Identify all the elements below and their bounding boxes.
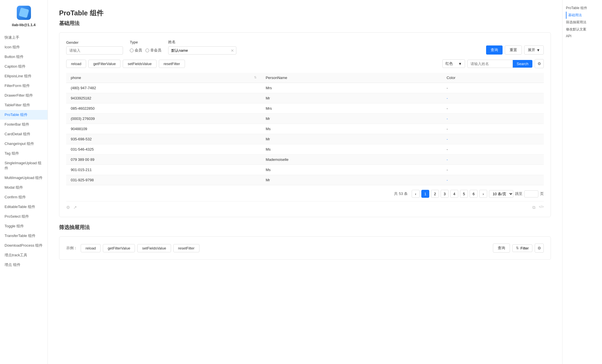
card-code-icon[interactable]: </> [539, 205, 544, 210]
sidebar-item-icon[interactable]: Icon 组件 [0, 42, 47, 52]
page-5-btn[interactable]: 5 [460, 190, 468, 198]
sidebar-item-carddetail[interactable]: CardDetail 组件 [0, 129, 47, 139]
page-prev-btn[interactable]: ‹ [412, 190, 420, 198]
card-export-icon[interactable]: ↗ [73, 205, 77, 210]
name-label: 姓名 [168, 39, 236, 45]
section2-right: 查询 ⇅ Filter ⚙ [493, 244, 544, 253]
outline-api[interactable]: API [566, 33, 599, 39]
outline-drawer[interactable]: 筛选抽屉用法 [566, 19, 599, 26]
page-next-btn[interactable]: › [479, 190, 487, 198]
color-select[interactable]: 红色 ▼ [442, 59, 465, 68]
toolbar-set-fields-btn[interactable]: setFieldsValue [123, 60, 156, 68]
radio-nonmember[interactable]: 非会员 [145, 48, 161, 53]
sidebar-item-toggle[interactable]: Toggle 组件 [0, 221, 47, 231]
sidebar-item-track-component[interactable]: 埋点 组件 [0, 260, 47, 270]
page-4-btn[interactable]: 4 [450, 190, 458, 198]
toolbar-reset-filter-btn[interactable]: resetFilter [159, 60, 185, 68]
name-input[interactable] [168, 46, 236, 55]
outline-basic[interactable]: 基础用法 [566, 12, 599, 19]
s2-settings-btn[interactable]: ⚙ [535, 244, 544, 253]
toolbar-reload-btn[interactable]: reload [66, 60, 86, 68]
cell-personname[interactable]: Mrs [261, 103, 442, 114]
sidebar-item-multiimage[interactable]: MultiImageUpload 组件 [0, 173, 47, 183]
expand-button[interactable]: 展开 ▼ [524, 45, 544, 55]
toolbar-get-filter-btn[interactable]: getFilterValue [88, 60, 120, 68]
sidebar-item-ellipsisline[interactable]: EllipsisLine 组件 [0, 71, 47, 81]
toolbar-row: reload getFilterValue setFieldsValue res… [66, 59, 544, 68]
sidebar-item-downloadprocess[interactable]: DownloadProcess 组件 [0, 241, 47, 250]
s2-set-fields-btn[interactable]: setFieldsValue [137, 244, 171, 252]
demo-card-1: Gender Type 会员 非会员 姓名 [59, 32, 551, 217]
name-filter-group: 姓名 ✕ [168, 39, 236, 55]
cell-personname[interactable]: Mr [261, 134, 442, 144]
radio-member-label: 会员 [135, 48, 142, 53]
outline-default-text[interactable]: 修改默认文案 [566, 26, 599, 33]
sidebar-item-editabletable[interactable]: EditableTable 组件 [0, 202, 47, 212]
sidebar-item-changeinput[interactable]: ChangeInput 组件 [0, 139, 47, 149]
col-phone-sort[interactable]: ⇅ [254, 76, 257, 79]
type-filter-group: Type 会员 非会员 [130, 40, 161, 55]
sidebar-item-modal[interactable]: Modal 组件 [0, 183, 47, 192]
jump-input[interactable] [524, 190, 538, 197]
page-3-btn[interactable]: 3 [441, 190, 449, 198]
cell-color: - [442, 134, 544, 144]
table-row: (480) 947-7482Mrs- [66, 83, 544, 93]
query-button[interactable]: 查询 [486, 45, 503, 55]
cell-phone: 031-546-4325 [66, 144, 261, 155]
cell-personname[interactable]: Mr [261, 114, 442, 124]
gender-input[interactable] [66, 46, 123, 55]
sidebar-item-singleimage[interactable]: SingleImageUpload 组件 [0, 158, 47, 173]
logo-shape [18, 8, 29, 18]
sidebar-item-tag[interactable]: Tag 组件 [0, 149, 47, 158]
page-2-btn[interactable]: 2 [431, 190, 439, 198]
search-input[interactable] [467, 60, 513, 68]
table-settings-button[interactable]: ⚙ [535, 59, 544, 68]
sidebar-item-drawerfilter[interactable]: DrawerFilter 组件 [0, 91, 47, 100]
cell-personname[interactable]: Mademoiselle [261, 155, 442, 165]
sidebar-item-transfertable[interactable]: TransferTable 组件 [0, 231, 47, 241]
sidebar-item-tablefilter[interactable]: TableFilter 组件 [0, 100, 47, 110]
outline-protable[interactable]: ProTable 组件 [566, 5, 599, 12]
radio-member-input[interactable] [130, 49, 134, 52]
radio-member[interactable]: 会员 [130, 48, 142, 53]
cell-phone: 901-015-211 [66, 165, 261, 175]
card-copy-icon[interactable]: ⧉ [532, 205, 536, 210]
sidebar-item-footerbar[interactable]: FooterBar 组件 [0, 120, 47, 129]
page-1-btn[interactable]: 1 [421, 190, 429, 198]
sidebar-item-proselect[interactable]: ProSelect 组件 [0, 212, 47, 221]
search-button[interactable]: Search [513, 60, 532, 68]
name-input-wrap: ✕ [168, 46, 236, 55]
sidebar-item-confirm[interactable]: Confirm 组件 [0, 192, 47, 202]
s2-get-filter-btn[interactable]: getFilterValue [103, 244, 135, 252]
app-name: ilab-lib@1.1.4 [12, 23, 36, 27]
cell-personname[interactable]: Mr [261, 93, 442, 103]
cell-personname[interactable]: Mr [261, 175, 442, 185]
per-page-select[interactable]: 10 条/页 20 条/页 50 条/页 [489, 190, 513, 198]
radio-nonmember-input[interactable] [145, 49, 149, 52]
clear-icon[interactable]: ✕ [231, 48, 234, 53]
expand-label: 展开 [528, 47, 535, 53]
demo-card-2: 示例： reload getFilterValue setFieldsValue… [59, 236, 551, 260]
s2-search-btn[interactable]: 查询 [493, 244, 510, 253]
s2-filter-btn[interactable]: ⇅ Filter [512, 244, 532, 252]
s2-reload-btn[interactable]: reload [81, 244, 101, 252]
sidebar-item-protable[interactable]: ProTable 组件 [0, 110, 47, 120]
sidebar-item-caption[interactable]: Caption 组件 [0, 62, 47, 71]
sidebar-item-track-tool[interactable]: 埋点track工具 [0, 250, 47, 260]
sidebar-item-button[interactable]: Button 组件 [0, 52, 47, 62]
card-settings-icon[interactable]: ⚙ [66, 205, 70, 210]
s2-reset-filter-btn[interactable]: resetFilter [173, 244, 199, 252]
table-row: 90488109Ms- [66, 124, 544, 134]
cell-personname[interactable]: Ms [261, 124, 442, 134]
sidebar-item-filterform[interactable]: FilterForm 组件 [0, 81, 47, 91]
cell-personname[interactable]: Mrs [261, 83, 442, 93]
page-6-btn[interactable]: 6 [470, 190, 478, 198]
sidebar-item-quickstart[interactable]: 快速上手 [0, 33, 47, 42]
table-row: 935-698-532Mr- [66, 134, 544, 144]
outline-panel: ProTable 组件 基础用法 筛选抽屉用法 修改默认文案 API [562, 0, 602, 364]
reset-button[interactable]: 重置 [505, 45, 522, 55]
cell-personname[interactable]: Ms [261, 144, 442, 155]
gender-label: Gender [66, 40, 123, 45]
cell-personname[interactable]: Ms [261, 165, 442, 175]
filter-sort-icon: ⇅ [516, 246, 519, 250]
